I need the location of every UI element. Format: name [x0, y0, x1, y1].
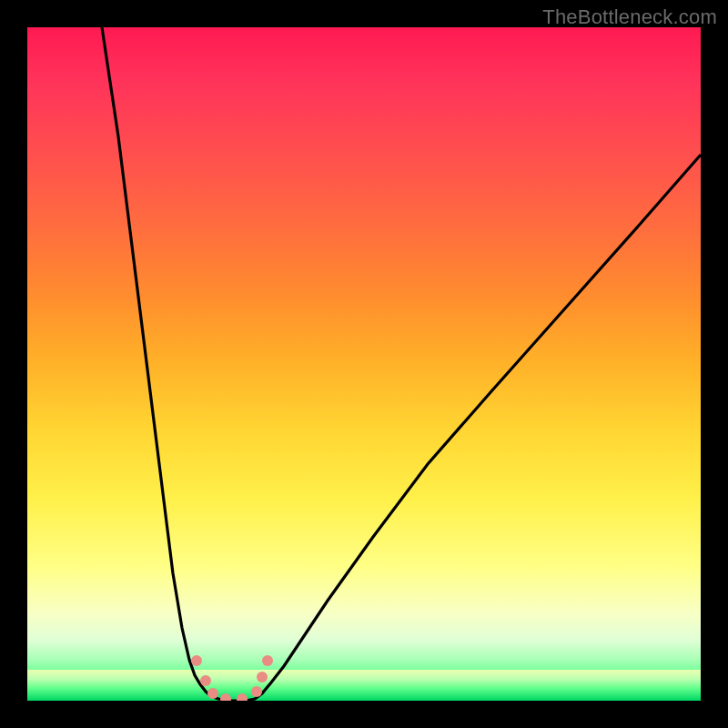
marker-dot — [237, 693, 248, 701]
marker-dot — [191, 655, 202, 666]
marker-dot — [220, 693, 231, 701]
bottleneck-curve — [27, 27, 701, 701]
marker-dot — [251, 686, 262, 697]
marker-dot — [207, 688, 218, 699]
marker-dot — [262, 655, 273, 666]
plot-area — [27, 27, 701, 701]
curve-markers — [191, 655, 273, 701]
curve-line — [102, 27, 701, 701]
marker-dot — [200, 675, 211, 686]
watermark: TheBottleneck.com — [542, 5, 717, 29]
marker-dot — [257, 672, 268, 682]
